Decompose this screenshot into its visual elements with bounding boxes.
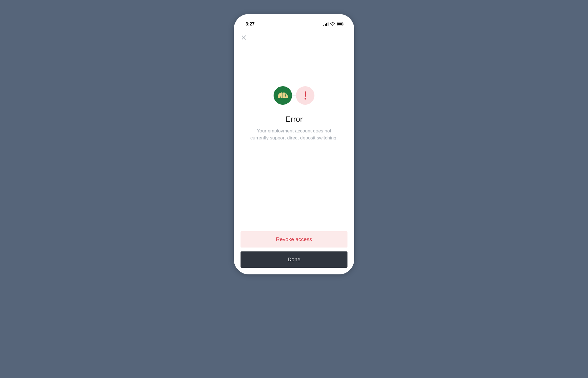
revoke-access-button[interactable]: Revoke access (241, 231, 347, 248)
svg-point-8 (304, 98, 306, 99)
battery-icon (337, 22, 344, 26)
error-body: Your employment account does not current… (249, 128, 339, 141)
status-indicators (323, 22, 344, 26)
error-heading: Error (285, 115, 303, 124)
button-stack: Revoke access Done (234, 231, 354, 274)
done-button[interactable]: Done (241, 251, 347, 268)
svg-rect-0 (323, 25, 324, 26)
close-icon (241, 35, 246, 40)
connector-line (292, 95, 296, 96)
svg-rect-7 (305, 91, 306, 97)
svg-rect-2 (326, 23, 327, 26)
status-bar: 3:27 (234, 18, 354, 30)
svg-rect-1 (325, 24, 326, 26)
icon-pair (274, 86, 314, 105)
cellular-signal-icon (323, 22, 328, 26)
svg-rect-3 (328, 22, 328, 26)
phone-frame: 3:27 (234, 14, 354, 274)
wifi-icon (330, 22, 335, 26)
content: Error Your employment account does not c… (234, 41, 354, 231)
error-badge (296, 86, 314, 105)
svg-rect-5 (344, 24, 344, 25)
brand-badge (274, 86, 292, 105)
exclamation-icon (304, 91, 307, 100)
croissant-icon (277, 92, 289, 99)
svg-rect-6 (337, 23, 342, 25)
header (234, 30, 354, 41)
status-time: 3:27 (246, 22, 255, 27)
close-button[interactable] (240, 34, 248, 41)
